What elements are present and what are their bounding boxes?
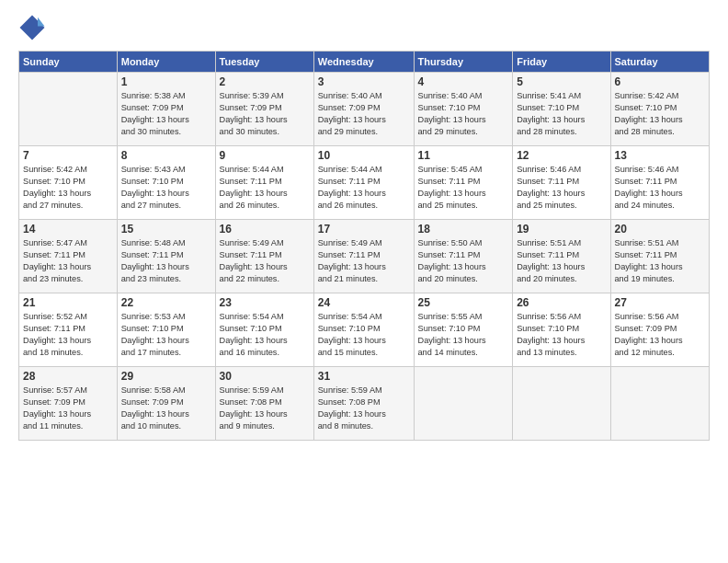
- calendar-cell: [610, 367, 710, 441]
- day-number: 12: [517, 149, 606, 162]
- calendar-cell: 16Sunrise: 5:49 AMSunset: 7:11 PMDayligh…: [215, 220, 313, 293]
- cell-content: Sunrise: 5:49 AMSunset: 7:11 PMDaylight:…: [318, 237, 410, 285]
- day-header-saturday: Saturday: [610, 52, 710, 73]
- calendar-cell: 14Sunrise: 5:47 AMSunset: 7:11 PMDayligh…: [19, 220, 118, 293]
- calendar-cell: 2Sunrise: 5:39 AMSunset: 7:09 PMDaylight…: [215, 73, 313, 146]
- day-number: 23: [220, 296, 310, 309]
- calendar-cell: 25Sunrise: 5:55 AMSunset: 7:10 PMDayligh…: [414, 293, 513, 367]
- calendar-cell: [414, 367, 513, 441]
- cell-content: Sunrise: 5:54 AMSunset: 7:10 PMDaylight:…: [318, 311, 410, 359]
- day-header-tuesday: Tuesday: [215, 52, 313, 73]
- cell-content: Sunrise: 5:47 AMSunset: 7:11 PMDaylight:…: [23, 237, 113, 285]
- calendar-cell: 31Sunrise: 5:59 AMSunset: 7:08 PMDayligh…: [313, 367, 414, 441]
- cell-content: Sunrise: 5:57 AMSunset: 7:09 PMDaylight:…: [23, 385, 113, 432]
- cell-content: Sunrise: 5:42 AMSunset: 7:10 PMDaylight:…: [23, 164, 113, 212]
- calendar-cell: 29Sunrise: 5:58 AMSunset: 7:09 PMDayligh…: [117, 367, 215, 441]
- calendar-cell: 6Sunrise: 5:42 AMSunset: 7:10 PMDaylight…: [610, 73, 710, 146]
- calendar-week-row: 28Sunrise: 5:57 AMSunset: 7:09 PMDayligh…: [19, 367, 710, 441]
- cell-content: Sunrise: 5:44 AMSunset: 7:11 PMDaylight:…: [220, 164, 310, 212]
- day-number: 25: [418, 296, 509, 309]
- cell-content: Sunrise: 5:40 AMSunset: 7:09 PMDaylight:…: [318, 90, 410, 138]
- calendar-cell: 17Sunrise: 5:49 AMSunset: 7:11 PMDayligh…: [313, 220, 414, 293]
- calendar-week-row: 14Sunrise: 5:47 AMSunset: 7:11 PMDayligh…: [19, 220, 710, 293]
- day-number: 15: [121, 223, 211, 236]
- day-number: 24: [318, 296, 410, 309]
- day-number: 30: [220, 370, 310, 383]
- day-number: 16: [220, 223, 310, 236]
- cell-content: Sunrise: 5:48 AMSunset: 7:11 PMDaylight:…: [121, 237, 211, 285]
- cell-content: Sunrise: 5:54 AMSunset: 7:10 PMDaylight:…: [220, 311, 310, 359]
- cell-content: Sunrise: 5:53 AMSunset: 7:10 PMDaylight:…: [121, 311, 211, 359]
- calendar-cell: 7Sunrise: 5:42 AMSunset: 7:10 PMDaylight…: [19, 146, 118, 220]
- cell-content: Sunrise: 5:56 AMSunset: 7:09 PMDaylight:…: [615, 311, 706, 359]
- calendar-cell: 13Sunrise: 5:46 AMSunset: 7:11 PMDayligh…: [610, 146, 710, 220]
- day-number: 31: [318, 370, 410, 383]
- calendar-cell: 5Sunrise: 5:41 AMSunset: 7:10 PMDaylight…: [513, 73, 610, 146]
- calendar-cell: 26Sunrise: 5:56 AMSunset: 7:10 PMDayligh…: [513, 293, 610, 367]
- calendar-cell: 4Sunrise: 5:40 AMSunset: 7:10 PMDaylight…: [414, 73, 513, 146]
- page-header: [18, 14, 710, 41]
- cell-content: Sunrise: 5:44 AMSunset: 7:11 PMDaylight:…: [318, 164, 410, 212]
- cell-content: Sunrise: 5:59 AMSunset: 7:08 PMDaylight:…: [318, 385, 410, 432]
- day-number: 18: [418, 223, 509, 236]
- calendar-cell: 19Sunrise: 5:51 AMSunset: 7:11 PMDayligh…: [513, 220, 610, 293]
- svg-marker-0: [20, 16, 45, 40]
- day-number: 4: [418, 75, 509, 88]
- calendar-cell: 22Sunrise: 5:53 AMSunset: 7:10 PMDayligh…: [117, 293, 215, 367]
- cell-content: Sunrise: 5:41 AMSunset: 7:10 PMDaylight:…: [517, 90, 606, 138]
- cell-content: Sunrise: 5:50 AMSunset: 7:11 PMDaylight:…: [418, 237, 509, 285]
- logo-icon: [18, 14, 46, 41]
- calendar-cell: 18Sunrise: 5:50 AMSunset: 7:11 PMDayligh…: [414, 220, 513, 293]
- calendar-cell: 1Sunrise: 5:38 AMSunset: 7:09 PMDaylight…: [117, 73, 215, 146]
- calendar-week-row: 1Sunrise: 5:38 AMSunset: 7:09 PMDaylight…: [19, 73, 710, 146]
- cell-content: Sunrise: 5:42 AMSunset: 7:10 PMDaylight:…: [615, 90, 706, 138]
- calendar-cell: 28Sunrise: 5:57 AMSunset: 7:09 PMDayligh…: [19, 367, 118, 441]
- day-number: 6: [615, 75, 706, 88]
- cell-content: Sunrise: 5:38 AMSunset: 7:09 PMDaylight:…: [121, 90, 211, 138]
- calendar-cell: 10Sunrise: 5:44 AMSunset: 7:11 PMDayligh…: [313, 146, 414, 220]
- cell-content: Sunrise: 5:59 AMSunset: 7:08 PMDaylight:…: [220, 385, 310, 432]
- calendar-cell: 27Sunrise: 5:56 AMSunset: 7:09 PMDayligh…: [610, 293, 710, 367]
- calendar-week-row: 21Sunrise: 5:52 AMSunset: 7:11 PMDayligh…: [19, 293, 710, 367]
- calendar-cell: 9Sunrise: 5:44 AMSunset: 7:11 PMDaylight…: [215, 146, 313, 220]
- day-number: 5: [517, 75, 606, 88]
- day-number: 19: [517, 223, 606, 236]
- day-number: 9: [220, 149, 310, 162]
- day-header-thursday: Thursday: [414, 52, 513, 73]
- cell-content: Sunrise: 5:51 AMSunset: 7:11 PMDaylight:…: [517, 237, 606, 285]
- svg-marker-1: [38, 17, 45, 27]
- day-number: 7: [23, 149, 113, 162]
- day-number: 13: [615, 149, 706, 162]
- calendar-header-row: SundayMondayTuesdayWednesdayThursdayFrid…: [19, 52, 710, 73]
- day-number: 22: [121, 296, 211, 309]
- calendar-week-row: 7Sunrise: 5:42 AMSunset: 7:10 PMDaylight…: [19, 146, 710, 220]
- logo: [18, 14, 48, 41]
- cell-content: Sunrise: 5:55 AMSunset: 7:10 PMDaylight:…: [418, 311, 509, 359]
- day-number: 27: [615, 296, 706, 309]
- calendar-cell: 20Sunrise: 5:51 AMSunset: 7:11 PMDayligh…: [610, 220, 710, 293]
- cell-content: Sunrise: 5:58 AMSunset: 7:09 PMDaylight:…: [121, 385, 211, 432]
- day-header-sunday: Sunday: [19, 52, 118, 73]
- calendar-cell: 23Sunrise: 5:54 AMSunset: 7:10 PMDayligh…: [215, 293, 313, 367]
- day-number: 28: [23, 370, 113, 383]
- cell-content: Sunrise: 5:43 AMSunset: 7:10 PMDaylight:…: [121, 164, 211, 212]
- cell-content: Sunrise: 5:45 AMSunset: 7:11 PMDaylight:…: [418, 164, 509, 212]
- day-number: 1: [121, 75, 211, 88]
- day-header-wednesday: Wednesday: [313, 52, 414, 73]
- calendar-page: SundayMondayTuesdayWednesdayThursdayFrid…: [0, 0, 728, 563]
- day-number: 21: [23, 296, 113, 309]
- cell-content: Sunrise: 5:49 AMSunset: 7:11 PMDaylight:…: [220, 237, 310, 285]
- day-number: 14: [23, 223, 113, 236]
- cell-content: Sunrise: 5:52 AMSunset: 7:11 PMDaylight:…: [23, 311, 113, 359]
- day-number: 10: [318, 149, 410, 162]
- cell-content: Sunrise: 5:51 AMSunset: 7:11 PMDaylight:…: [615, 237, 706, 285]
- cell-content: Sunrise: 5:39 AMSunset: 7:09 PMDaylight:…: [220, 90, 310, 138]
- calendar-cell: 8Sunrise: 5:43 AMSunset: 7:10 PMDaylight…: [117, 146, 215, 220]
- cell-content: Sunrise: 5:56 AMSunset: 7:10 PMDaylight:…: [517, 311, 606, 359]
- day-number: 8: [121, 149, 211, 162]
- day-header-monday: Monday: [117, 52, 215, 73]
- day-number: 3: [318, 75, 410, 88]
- calendar-cell: 24Sunrise: 5:54 AMSunset: 7:10 PMDayligh…: [313, 293, 414, 367]
- calendar-cell: 21Sunrise: 5:52 AMSunset: 7:11 PMDayligh…: [19, 293, 118, 367]
- cell-content: Sunrise: 5:46 AMSunset: 7:11 PMDaylight:…: [615, 164, 706, 212]
